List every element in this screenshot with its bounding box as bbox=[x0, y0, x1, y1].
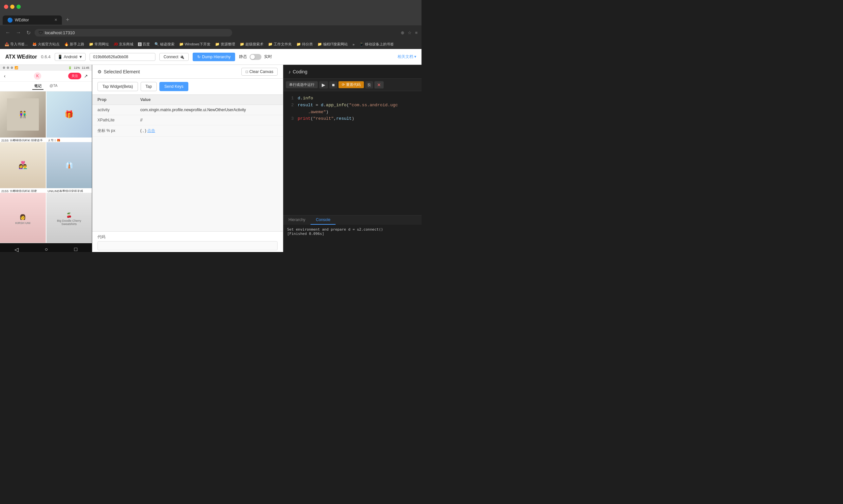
maximize-button[interactable] bbox=[16, 5, 21, 9]
share-button[interactable]: ↗ bbox=[83, 73, 89, 79]
tap-button[interactable]: Tap bbox=[141, 82, 157, 91]
bookmark-mobile[interactable]: 📱移动设备上的书签 bbox=[357, 41, 396, 47]
browser-icon-1[interactable]: ⊕ bbox=[401, 30, 405, 35]
title-bar bbox=[0, 0, 422, 13]
realtime-mode-label: 实时 bbox=[264, 54, 272, 59]
phone-panel: ⚙⚙⚙📶 🔋 11% 11:45 ‹ K bbox=[0, 65, 92, 252]
browser-icon-2[interactable]: ☆ bbox=[408, 30, 412, 35]
bookmark-newhand[interactable]: 🔥新手上路 bbox=[62, 41, 86, 47]
nav-back-button[interactable]: ◁ bbox=[11, 245, 22, 252]
bookmark-more[interactable]: » bbox=[350, 42, 356, 47]
copy-code-button[interactable]: ⎘ bbox=[365, 81, 373, 89]
static-mode-label: 静态 bbox=[239, 54, 247, 59]
clear-icon: □ bbox=[246, 69, 248, 74]
line-content: .aweme") bbox=[298, 109, 417, 116]
console-tab[interactable]: Console bbox=[311, 215, 336, 225]
nav-home-button[interactable]: ○ bbox=[41, 245, 52, 252]
code-line-2b: .aweme") bbox=[287, 109, 417, 116]
bookmarks-bar: 📥导入书签... 🦊火狐官方站点 🔥新手上路 📁常用网址 JD京东商城 🅱百度 … bbox=[0, 40, 422, 49]
props-table: Prop Value activity com.xingin.matrix.pr… bbox=[92, 95, 283, 231]
follow-button[interactable]: 关注 bbox=[68, 73, 81, 79]
tap-widget-button[interactable]: Tap Widget(Beta) bbox=[98, 82, 138, 91]
bookmark-resources[interactable]: 📁资源整理 bbox=[213, 41, 237, 47]
bookmark-search[interactable]: 📁超级搜索术 bbox=[238, 41, 265, 47]
send-keys-button[interactable]: Send Keys bbox=[159, 82, 188, 91]
card-title: UNILINE春季情侣穿搭灵感 bbox=[47, 188, 92, 192]
coding-toolbar: 单行或选中运行 ▶ ■ ⟳ 重置代码 ⎘ ✕ bbox=[283, 79, 422, 91]
phone-nav: ◁ ○ □ bbox=[0, 243, 92, 252]
reload-button[interactable]: ↻ bbox=[25, 28, 32, 37]
table-row: activity com.xingin.matrix.profile.newpr… bbox=[92, 105, 283, 115]
close-button[interactable] bbox=[4, 5, 8, 9]
run-selected-button[interactable]: 单行或选中运行 bbox=[286, 81, 318, 88]
address-bar: ← → ↻ 🛡 localhost:17310 ⊕ ☆ ≡ bbox=[0, 25, 422, 40]
list-item: 👩‍❤️‍👨 21SS 大樱桃情侣村衫 甜蜜 KIRSH.CO ♡ 54 bbox=[0, 142, 46, 192]
phone-status-bar: ⚙⚙⚙📶 🔋 11% 11:45 bbox=[0, 65, 92, 71]
bottom-panel: Hierarchy Console Set environment and pr… bbox=[283, 215, 422, 252]
device-id-input[interactable] bbox=[90, 53, 155, 61]
svg-text:K: K bbox=[36, 74, 39, 78]
bookmark-common[interactable]: 📁常用网址 bbox=[87, 41, 111, 47]
line-content: print("result",result) bbox=[298, 115, 417, 122]
tab-at[interactable]: @TA bbox=[48, 83, 59, 90]
dump-hierarchy-button[interactable]: ↻ Dump Hierarchy bbox=[193, 53, 235, 61]
tab-title: WEditor bbox=[15, 18, 29, 22]
mode-toggle: 静态 实时 bbox=[239, 54, 272, 60]
bookmark-it[interactable]: 📁编程IT搜索网站 bbox=[315, 41, 350, 47]
coding-header: ♪ Coding bbox=[283, 65, 422, 79]
bookmark-firefox[interactable]: 🦊火狐官方站点 bbox=[30, 41, 62, 47]
url-text: localhost:17310 bbox=[45, 30, 75, 35]
stop-button[interactable]: ■ bbox=[329, 81, 337, 89]
doc-link[interactable]: 相关文档 ▾ bbox=[397, 54, 416, 59]
list-item: 👔 UNILINE春季情侣穿搭灵感 KIRSH.CO ♡ 43 bbox=[47, 142, 92, 192]
bookmark-baidu[interactable]: 🅱百度 bbox=[136, 41, 152, 47]
prop-name-activity: activity bbox=[92, 105, 135, 115]
music-icon: ♪ bbox=[289, 69, 291, 74]
table-row: 坐标 % px ( , ) 点击 bbox=[92, 125, 283, 137]
code-line-3: 3 print("result",result) bbox=[287, 115, 417, 122]
panel-tabs: Hierarchy Console bbox=[283, 215, 422, 225]
connect-icon: 🔌 bbox=[179, 55, 184, 59]
bookmark-import[interactable]: 📥导入书签... bbox=[3, 41, 30, 47]
console-line-2: [Finished 0.096s] bbox=[287, 232, 417, 236]
nav-recent-button[interactable]: □ bbox=[70, 245, 81, 252]
bookmark-pending[interactable]: 📁待分类 bbox=[294, 41, 315, 47]
value-column-header: Value bbox=[135, 95, 283, 105]
line-number: 2 bbox=[287, 102, 294, 109]
card-title: 21SS 大樱桃情侣村衫 甜蜜牵手 ❤ bbox=[0, 138, 46, 142]
coords-click-link[interactable]: 点击 bbox=[147, 128, 155, 133]
bookmark-miji[interactable]: 🔍秘迹搜索 bbox=[153, 41, 176, 47]
connect-button[interactable]: Connect 🔌 bbox=[159, 53, 189, 61]
bookmark-windows[interactable]: 📁Windows下开发 bbox=[177, 41, 212, 47]
code-section: 代码 bbox=[92, 231, 283, 252]
hierarchy-tab[interactable]: Hierarchy bbox=[283, 215, 311, 225]
reload-code-button[interactable]: ⟳ 重置代码 bbox=[339, 81, 364, 88]
clear-canvas-button[interactable]: □ Clear Canvas bbox=[241, 68, 278, 76]
bookmark-jd[interactable]: JD京东商城 bbox=[111, 41, 135, 47]
back-nav-button[interactable]: ‹ bbox=[3, 73, 7, 79]
chevron-down-icon: ▼ bbox=[79, 55, 83, 59]
forward-button[interactable]: → bbox=[15, 28, 22, 37]
app-title: ATX WEditor bbox=[5, 54, 37, 60]
browser-tab[interactable]: 🔵 WEditor ✕ bbox=[3, 16, 62, 25]
list-item: 👫 21SS 大樱桃情侣村衫 甜蜜牵手 ❤ KIRSH.CO ♡ 74 bbox=[0, 91, 46, 142]
mode-toggle-switch[interactable] bbox=[250, 54, 261, 60]
battery-level: 11% bbox=[74, 66, 80, 69]
play-button[interactable]: ▶ bbox=[319, 81, 328, 89]
tab-notes[interactable]: 笔记 bbox=[32, 83, 44, 90]
code-label: 代码 bbox=[98, 234, 278, 240]
new-tab-button[interactable]: + bbox=[62, 15, 73, 25]
minimize-button[interactable] bbox=[10, 5, 15, 9]
tab-bar: 🔵 WEditor ✕ + bbox=[0, 13, 422, 25]
bookmark-work[interactable]: 📁工作文件夹 bbox=[266, 41, 294, 47]
prop-value-coords: ( , ) 点击 bbox=[135, 125, 283, 137]
url-box[interactable]: 🛡 localhost:17310 bbox=[35, 29, 232, 37]
tab-close-icon[interactable]: ✕ bbox=[54, 18, 57, 22]
device-selector[interactable]: 📱 Android ▼ bbox=[55, 53, 86, 61]
back-button[interactable]: ← bbox=[4, 28, 12, 37]
browser-icon-3[interactable]: ≡ bbox=[415, 30, 417, 35]
line-content: result = d.app_info("com.ss.android.ugc bbox=[298, 102, 417, 109]
line-number: 1 bbox=[287, 95, 294, 102]
code-input[interactable] bbox=[98, 241, 278, 250]
clear-code-button[interactable]: ✕ bbox=[374, 81, 384, 89]
